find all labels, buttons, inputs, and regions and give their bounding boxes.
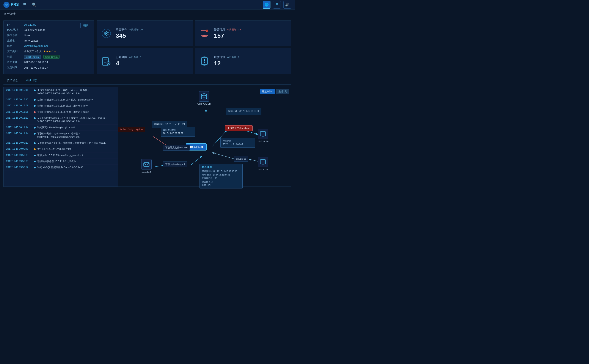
edit-button[interactable]: 编辑	[80, 23, 91, 28]
log-entry[interactable]: 2017-11-15 09:57:52 访问 MySQL 数据库服务 Corp-…	[4, 164, 118, 171]
stat-title-row-threat: 威胁情报 今日新增↑ 2	[214, 55, 239, 59]
tooltip-scan-title: 发现时间	[223, 139, 252, 143]
stat-card-threat: 威胁情报 今日新增↑ 2 12	[195, 48, 291, 74]
log-dot	[34, 142, 36, 144]
log-dot	[34, 111, 36, 113]
mail-icon	[141, 159, 152, 169]
asset-info-section: 编辑 IP 10.0.11.80 MAC地址 3a:c9:86:75:a1:00…	[3, 20, 291, 74]
hostname-label: 主机名	[7, 39, 22, 42]
globe-icon-btn[interactable]: 🌐	[263, 1, 271, 9]
ip-row: IP 10.0.11.80	[7, 23, 90, 26]
svg-text:!: !	[206, 30, 207, 32]
log-entry[interactable]: 2017-11-15 10:11:14 下载邮件附件，名称salary.pdf，…	[4, 131, 118, 140]
log-dot	[34, 117, 36, 119]
log-entry[interactable]: 2017-11-15 10:15:09 登录FTP服务器 10.0.11.86 …	[4, 103, 118, 109]
log-text: 登录FTP服务器 10.0.11.86 失败，用户名：admin	[37, 110, 115, 114]
log-text: 被 10.0.20.44 进行主机端口扫描	[37, 148, 115, 151]
evil-domain-box[interactable]: i.46sdzf3zdg1dxg2.us	[118, 127, 145, 132]
tooltip-upload-title: 发现时间：2017-11-15 10:15:11	[228, 110, 259, 113]
log-entry[interactable]: 2017-11-15 09:58:39 读取文件 10.0.11.85\shar…	[4, 152, 118, 158]
svg-rect-34	[144, 162, 149, 167]
svg-point-1	[105, 32, 107, 34]
menu-icon[interactable]: ☰	[22, 1, 27, 8]
corp-oa-db-icon	[199, 91, 209, 102]
sound-icon-btn[interactable]: 🔊	[283, 1, 291, 9]
updated-label: 最后更新	[7, 60, 22, 64]
main-content: 编辑 IP 10.0.11.80 MAC地址 3a:c9:86:75:a1:00…	[0, 18, 295, 189]
stat-title-risk: 已知风险	[116, 55, 127, 59]
log-text: 获取FTP服务器 10.0.11.86 文件信息，path:/usr/terry	[37, 98, 115, 101]
found-row: 发现时间 2017-11-09 23:05:27	[7, 66, 90, 69]
svg-rect-30	[260, 160, 265, 164]
stat-number-attack: 345	[116, 32, 143, 39]
tag-cto-laptop[interactable]: CTO Laptop	[24, 55, 41, 59]
node-corp-oa-db[interactable]: Corp-OA-DB	[197, 91, 211, 105]
found-value: 2017-11-09 23:05:27	[24, 66, 48, 69]
stat-number-risk: 4	[116, 60, 142, 67]
svg-point-5	[206, 30, 208, 32]
monitor-icon-btn[interactable]: 🖥	[273, 1, 281, 9]
tag-core-group[interactable]: Core Group	[43, 55, 59, 59]
log-entry[interactable]: 2017-11-15 10:15:08 登录FTP服务器 10.0.11.86 …	[4, 109, 118, 115]
tooltip-download-title: 发现时间：2017-11-15 10:11:20	[154, 123, 185, 126]
domain-value[interactable]: www.riskivy.com（2）	[24, 44, 49, 48]
log-entry[interactable]: 2017-11-15 10:15:10 获取FTP服务器 10.0.11.86 …	[4, 97, 118, 103]
node-host-44[interactable]: 10.0.20.44	[257, 157, 269, 171]
stat-new-alert: 今日新增↑ 39	[227, 28, 241, 31]
alert-icon: !	[198, 27, 211, 39]
tooltip-scan-time: 发现时间 2017-11-15 10:00:45	[220, 138, 255, 148]
log-dot	[34, 155, 36, 156]
domain-label: 域名	[7, 44, 22, 48]
stat-new-attack: 今日新增↑ 20	[129, 28, 143, 31]
tooltip-recent-visit: 最近访问时间 2017-11-15 09:57:52	[161, 127, 195, 137]
log-text: 下载邮件附件，名称salary.pdf，哈希值：9e107d9d372bb682…	[37, 132, 115, 139]
stat-title-alert: 告警信息	[214, 28, 225, 32]
stat-card-alert: ! 告警信息 今日新增↑ 39 157	[195, 20, 291, 46]
svg-line-18	[249, 159, 258, 161]
domain-row: 域名 www.riskivy.com（2）	[7, 44, 90, 48]
download-evil-action: 下载恶意文件evil.exe	[163, 145, 190, 150]
tab-activity-log[interactable]: 活动日志	[22, 77, 40, 84]
mac-value: 3a:c9:86:75:a1:00	[24, 28, 45, 32]
node-host-86[interactable]: 10.0.11.86	[257, 129, 269, 143]
log-time: 2017-11-15 09:58:30	[6, 160, 32, 162]
tags-label: 标签	[7, 55, 22, 59]
tooltip-upload-time: 发现时间：2017-11-15 10:15:11	[226, 108, 261, 115]
svg-line-19	[213, 153, 235, 159]
nav-left: ⊙ PRS ☰ 🔍	[3, 1, 37, 8]
node-mail-server[interactable]: 10.0.11.5	[141, 159, 152, 173]
log-entry[interactable]: 2017-11-15 10:15:11 上传文件至10.0.11.86，名称：e…	[4, 87, 118, 97]
log-dot	[34, 90, 36, 91]
log-text: 从邮件服务器 10.0.11.5 接收邮件，邮件主题为：11月份薪资表单	[37, 142, 115, 145]
stat-number-threat: 12	[214, 60, 239, 67]
risk-icon	[100, 55, 112, 67]
ip-label: IP	[7, 23, 22, 26]
tabs-bar: 资产动态 活动日志	[3, 77, 291, 84]
page-title-bar: 资产详情	[0, 9, 295, 18]
log-entry[interactable]: 2017-11-15 10:11:20 从 i.46sdzf3zdg1dxg2.…	[4, 115, 118, 125]
log-text: 登录FTP服务器 10.0.11.86 成功，用户名：terry	[37, 104, 115, 107]
log-dot	[34, 127, 36, 129]
host-44-icon	[258, 157, 268, 167]
type-value: 企业资产 · 个人	[24, 50, 42, 53]
found-label: 发现时间	[7, 66, 22, 69]
log-entry[interactable]: 2017-11-15 10:11:14 访问网页 i.46sdzf3zdg1dx…	[4, 125, 118, 131]
updated-row: 最后更新 2017-11-15 10:11:14	[7, 60, 90, 64]
log-time: 2017-11-15 10:15:11	[6, 89, 32, 91]
mac-label: MAC地址	[7, 28, 22, 32]
log-entry[interactable]: 2017-11-15 09:58:30 连接域控服务器 10.0.11.82 认…	[4, 158, 118, 164]
log-entry[interactable]: 2017-11-15 10:00:45 被 10.0.20.44 进行主机端口扫…	[4, 146, 118, 152]
tab-asset-activity[interactable]: 资产动态	[3, 77, 22, 84]
stat-card-attack: 攻击事件 今日新增↑ 20 345	[97, 20, 193, 46]
tooltip-dc-detail: 10.0.11.82 最近更新时间：2017-11-15 09:36:03 MA…	[200, 164, 243, 188]
tooltip-dc-ip: 10.0.11.82	[202, 166, 240, 169]
search-icon[interactable]: 🔍	[31, 1, 37, 8]
svg-line-21	[191, 156, 202, 165]
log-time: 2017-11-15 10:11:14	[6, 132, 32, 135]
stat-info-threat: 威胁情报 今日新增↑ 2 12	[214, 55, 239, 67]
mac-row: MAC地址 3a:c9:86:75:a1:00	[7, 28, 90, 32]
tags-row: 标签 CTO Laptop Core Group	[7, 55, 90, 59]
tooltip-visit-time: 2017-11-15 09:57:52	[163, 132, 193, 135]
top-nav: ⊙ PRS ☰ 🔍 🌐 🖥 🔊	[0, 0, 295, 9]
log-entry[interactable]: 2017-11-15 10:09:10 从邮件服务器 10.0.11.5 接收邮…	[4, 140, 118, 146]
